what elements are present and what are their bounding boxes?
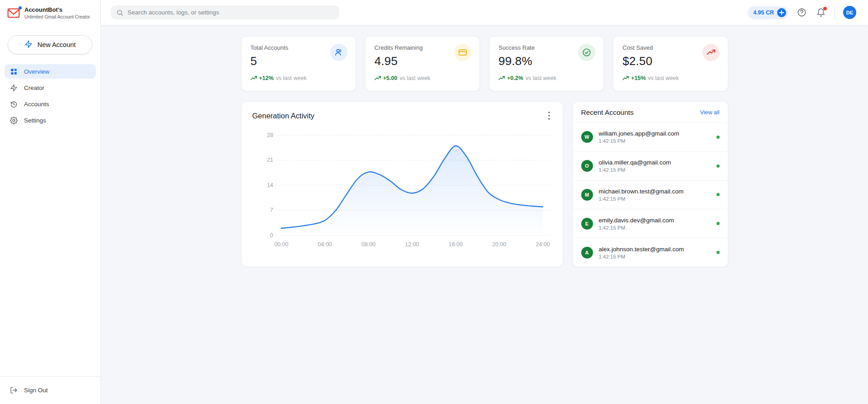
question-circle-icon bbox=[797, 8, 806, 17]
trending-up-icon bbox=[622, 75, 629, 81]
account-info: alex.johnson.tester@gmail.com 1:42:15 PM bbox=[599, 246, 684, 259]
sidebar-item-label: Accounts bbox=[24, 101, 49, 108]
sidebar-item-label: Overview bbox=[24, 68, 49, 75]
check-circle-icon bbox=[578, 44, 595, 61]
notification-unread-dot bbox=[823, 7, 827, 10]
status-dot bbox=[716, 251, 720, 254]
topbar-divider bbox=[835, 7, 835, 19]
svg-text:08:00: 08:00 bbox=[361, 241, 375, 248]
search-input[interactable] bbox=[128, 9, 334, 16]
sidebar-item-accounts[interactable]: Accounts bbox=[5, 97, 96, 111]
brand-notification-dot bbox=[19, 6, 22, 9]
users-icon bbox=[330, 44, 347, 61]
svg-text:21: 21 bbox=[266, 157, 273, 163]
content-area: Total Accounts 5 +12% vs last week bbox=[101, 25, 868, 404]
svg-text:7: 7 bbox=[270, 207, 273, 213]
chart-header: Generation Activity bbox=[251, 110, 554, 122]
account-email: william.jones.app@gmail.com bbox=[599, 130, 679, 137]
view-all-link[interactable]: View all bbox=[700, 109, 720, 116]
stat-delta: +5.00 bbox=[383, 75, 398, 81]
history-clock-icon bbox=[10, 100, 18, 108]
stat-card-cost-saved: Cost Saved $2.50 +15% vs last week bbox=[613, 36, 728, 91]
new-account-button[interactable]: New Account bbox=[8, 35, 92, 54]
credits-balance: 4.95 CR bbox=[753, 9, 774, 16]
credit-card-icon bbox=[454, 44, 471, 61]
panels-row: Generation Activity bbox=[241, 101, 728, 281]
sidebar-item-creator[interactable]: Creator bbox=[5, 80, 96, 95]
account-time: 1:42:15 PM bbox=[599, 254, 684, 259]
recent-accounts-title: Recent Accounts bbox=[581, 108, 634, 117]
svg-text:04:00: 04:00 bbox=[318, 241, 332, 248]
user-avatar[interactable]: DE bbox=[843, 6, 856, 19]
trending-up-icon bbox=[251, 75, 257, 81]
stat-trend: +12% vs last week bbox=[251, 75, 346, 81]
account-email: olivia.miller.qa@gmail.com bbox=[599, 159, 671, 166]
zap-icon bbox=[24, 40, 33, 50]
account-time: 1:42:15 PM bbox=[599, 167, 671, 173]
stats-row: Total Accounts 5 +12% vs last week bbox=[241, 36, 728, 91]
account-email: alex.johnson.tester@gmail.com bbox=[599, 246, 684, 253]
svg-text:12:00: 12:00 bbox=[405, 241, 419, 248]
account-avatar: W bbox=[581, 131, 593, 143]
topbar-right: 4.95 CR DE bbox=[748, 6, 856, 19]
stat-delta-suffix: vs last week bbox=[648, 75, 679, 81]
stat-delta: +12% bbox=[259, 75, 274, 81]
grid-icon bbox=[10, 68, 18, 75]
plus-circle-icon bbox=[777, 8, 786, 17]
account-info: william.jones.app@gmail.com 1:42:15 PM bbox=[599, 130, 679, 144]
topbar: 4.95 CR DE bbox=[101, 0, 868, 25]
search-box bbox=[111, 5, 339, 19]
stat-delta-suffix: vs last week bbox=[526, 75, 556, 81]
generation-activity-card: Generation Activity bbox=[241, 101, 563, 267]
account-email: michael.brown.test@gmail.com bbox=[599, 188, 684, 195]
account-row[interactable]: O olivia.miller.qa@gmail.com 1:42:15 PM bbox=[573, 152, 728, 181]
account-time: 1:42:15 PM bbox=[599, 138, 679, 144]
sidebar-item-settings[interactable]: Settings bbox=[5, 113, 96, 127]
app-root: AccountBot's Unlimited Gmail Account Cre… bbox=[0, 0, 868, 404]
sidebar-item-label: Creator bbox=[24, 85, 44, 91]
chart-menu-button[interactable] bbox=[546, 110, 552, 122]
brand-text: AccountBot's Unlimited Gmail Account Cre… bbox=[24, 6, 90, 19]
sidebar-spacer bbox=[0, 127, 100, 376]
notifications-button[interactable] bbox=[816, 7, 826, 18]
kebab-menu-icon bbox=[548, 112, 550, 120]
brand-name: AccountBot's bbox=[24, 6, 90, 14]
credits-pill-button[interactable]: 4.95 CR bbox=[748, 6, 788, 19]
new-account-label: New Account bbox=[38, 41, 76, 48]
svg-text:28: 28 bbox=[266, 132, 273, 138]
logout-icon bbox=[10, 386, 18, 394]
svg-text:24:00: 24:00 bbox=[536, 241, 550, 248]
account-info: olivia.miller.qa@gmail.com 1:42:15 PM bbox=[599, 159, 671, 173]
account-avatar: O bbox=[581, 160, 593, 172]
help-button[interactable] bbox=[796, 7, 807, 18]
account-avatar: E bbox=[581, 218, 593, 230]
svg-text:14: 14 bbox=[266, 182, 273, 188]
chart-title: Generation Activity bbox=[252, 112, 315, 120]
account-email: emily.davis.dev@gmail.com bbox=[599, 217, 674, 224]
account-row[interactable]: M michael.brown.test@gmail.com 1:42:15 P… bbox=[573, 181, 728, 210]
sidebar: AccountBot's Unlimited Gmail Account Cre… bbox=[0, 0, 101, 404]
sign-out-label: Sign Out bbox=[24, 387, 48, 394]
main-area: 4.95 CR DE bbox=[101, 0, 868, 404]
sidebar-item-overview[interactable]: Overview bbox=[5, 64, 96, 79]
stat-card-total-accounts: Total Accounts 5 +12% vs last week bbox=[241, 36, 356, 91]
status-dot bbox=[716, 164, 720, 168]
stat-trend: +15% vs last week bbox=[622, 75, 718, 81]
recent-accounts-header: Recent Accounts View all bbox=[573, 102, 728, 123]
stat-delta: +15% bbox=[631, 75, 645, 81]
account-row[interactable]: W william.jones.app@gmail.com 1:42:15 PM bbox=[573, 123, 728, 152]
brand-logo: AccountBot's Unlimited Gmail Account Cre… bbox=[0, 0, 100, 25]
sign-out-button[interactable]: Sign Out bbox=[5, 382, 96, 398]
account-avatar: M bbox=[581, 189, 593, 201]
account-row[interactable]: E emily.davis.dev@gmail.com 1:42:15 PM bbox=[573, 209, 728, 238]
account-row[interactable]: A alex.johnson.tester@gmail.com 1:42:15 … bbox=[573, 238, 728, 267]
stat-card-credits-remaining: Credits Remaining 4.95 +5.00 vs last wee… bbox=[365, 36, 480, 91]
account-time: 1:42:15 PM bbox=[599, 225, 674, 230]
svg-text:20:00: 20:00 bbox=[492, 241, 506, 248]
account-time: 1:42:15 PM bbox=[599, 196, 684, 202]
account-info: emily.davis.dev@gmail.com 1:42:15 PM bbox=[599, 217, 674, 230]
recent-accounts-card: Recent Accounts View all W william.jones… bbox=[573, 101, 728, 267]
trending-up-icon bbox=[702, 44, 720, 61]
trending-up-icon bbox=[498, 75, 505, 81]
stat-delta-suffix: vs last week bbox=[399, 75, 430, 81]
